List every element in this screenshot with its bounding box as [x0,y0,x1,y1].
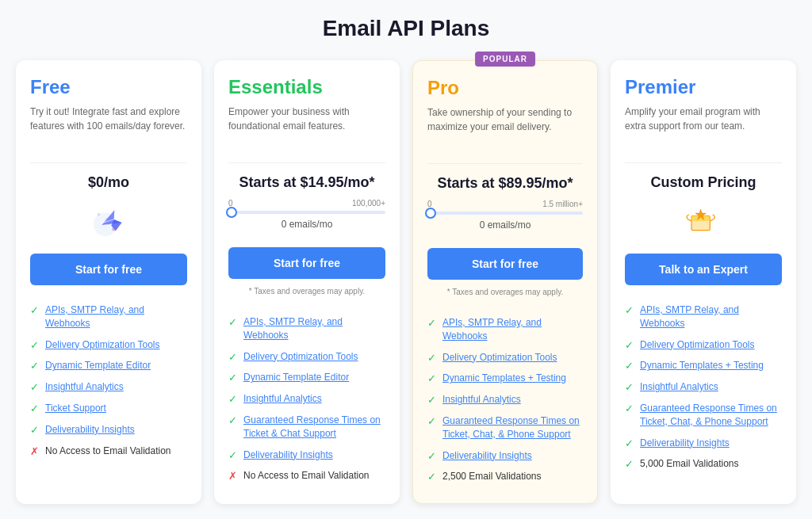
feature-cross-icon: ✗ [30,445,39,457]
feature-check-icon: ✓ [30,381,39,393]
plan-pricing-free: $0/mo [30,174,187,242]
plan-header-premier: Premier Amplify your email program with … [625,76,782,163]
feature-item: ✓APIs, SMTP Relay, and Webhooks [625,300,782,334]
feature-text[interactable]: APIs, SMTP Relay, and Webhooks [45,303,187,330]
feature-item: ✓Deliverability Insights [30,419,187,441]
feature-text[interactable]: Dynamic Templates + Testing [640,359,764,372]
plan-price-essentials: Starts at $14.95/mo* [228,174,385,191]
feature-text: 5,000 Email Validations [640,457,739,471]
features-list-free: ✓APIs, SMTP Relay, and Webhooks✓Delivery… [30,300,187,461]
feature-check-icon: ✓ [427,394,436,406]
feature-check-icon: ✓ [30,360,39,372]
cta-button-premier[interactable]: Talk to an Expert [625,254,782,285]
page-title: Email API Plans [16,16,796,41]
feature-item: ✓Guaranteed Response Times on Ticket, Ch… [427,410,583,445]
feature-check-icon: ✓ [427,372,436,384]
plan-header-free: Free Try it out! Integrate fast and expl… [30,76,187,163]
feature-item: ✓Dynamic Templates + Testing [427,368,583,389]
feature-text[interactable]: Delivery Optimization Tools [640,338,755,352]
features-list-essentials: ✓APIs, SMTP Relay, and Webhooks✓Delivery… [228,311,385,487]
slider-max-essentials: 100,000+ [352,199,385,208]
emails-per-mo-pro: 0 emails/mo [427,219,583,231]
feature-check-icon: ✓ [427,471,436,483]
svg-point-6 [98,213,100,216]
slider-thumb-pro[interactable] [425,208,436,219]
feature-text[interactable]: APIs, SMTP Relay, and Webhooks [243,315,385,342]
features-list-pro: ✓APIs, SMTP Relay, and Webhooks✓Delivery… [427,312,583,487]
feature-text[interactable]: Insightful Analytics [243,392,322,406]
plan-pricing-premier: Custom Pricing [625,174,782,242]
plan-card-essentials: Essentials Empower your business with fo… [214,60,400,504]
plan-description-free: Try it out! Integrate fast and explore f… [30,105,187,133]
feature-item: ✓Deliverability Insights [427,445,583,467]
cta-button-essentials[interactable]: Start for free [228,247,385,279]
popular-badge: POPULAR [475,52,535,67]
feature-check-icon: ✓ [30,339,39,351]
features-list-premier: ✓APIs, SMTP Relay, and Webhooks✓Delivery… [625,300,782,475]
feature-text[interactable]: Insightful Analytics [442,393,521,406]
feature-check-icon: ✓ [228,414,237,426]
plan-name-free: Free [30,76,187,98]
slider-thumb-essentials[interactable] [226,207,237,218]
feature-text[interactable]: APIs, SMTP Relay, and Webhooks [640,303,782,330]
plans-grid: Free Try it out! Integrate fast and expl… [16,60,796,504]
feature-text[interactable]: Dynamic Template Editor [45,359,151,372]
feature-text[interactable]: Deliverability Insights [442,449,532,463]
feature-check-icon: ✓ [625,360,634,372]
feature-text[interactable]: Ticket Support [45,402,106,415]
feature-text[interactable]: Dynamic Templates + Testing [442,372,566,385]
feature-check-icon: ✓ [625,381,634,393]
cta-button-free[interactable]: Start for free [30,254,187,285]
plan-price-premier: Custom Pricing [625,174,782,191]
feature-text[interactable]: Delivery Optimization Tools [45,338,160,352]
feature-item: ✓2,500 Email Validations [427,466,583,487]
cta-button-pro[interactable]: Start for free [427,248,583,280]
feature-item: ✓Guaranteed Response Times on Ticket & C… [228,410,385,445]
feature-check-icon: ✓ [228,372,237,384]
plan-description-pro: Take ownership of your sending to maximi… [427,105,583,134]
plan-pricing-pro: Starts at $89.95/mo* 0 1.5 million+ 0 em… [427,175,583,237]
feature-item: ✓Delivery Optimization Tools [427,347,583,368]
plan-card-free: Free Try it out! Integrate fast and expl… [16,60,201,504]
taxes-note-pro: * Taxes and overages may apply. [427,288,583,296]
feature-check-icon: ✓ [427,352,436,364]
feature-item: ✓Deliverability Insights [228,445,385,466]
feature-text[interactable]: Deliverability Insights [243,448,333,462]
slider-container-pro: 0 1.5 million+ 0 emails/mo [427,200,583,231]
feature-check-icon: ✓ [30,424,39,436]
feature-text[interactable]: Delivery Optimization Tools [442,351,557,364]
feature-text[interactable]: Insightful Analytics [640,380,718,394]
feature-check-icon: ✓ [427,415,436,427]
feature-check-icon: ✓ [625,403,634,414]
plan-icon-plane [30,199,187,242]
slider-track-pro[interactable] [427,212,583,215]
feature-text[interactable]: Deliverability Insights [640,437,730,450]
feature-text[interactable]: Deliverability Insights [45,423,135,437]
feature-text[interactable]: Guaranteed Response Times on Ticket, Cha… [640,402,782,429]
plan-price-pro: Starts at $89.95/mo* [427,175,583,192]
feature-text[interactable]: Delivery Optimization Tools [243,350,358,364]
slider-container-essentials: 0 100,000+ 0 emails/mo [228,199,385,230]
feature-item: ✓5,000 Email Validations [625,453,782,475]
feature-item: ✗No Access to Email Validation [30,441,187,462]
feature-item: ✓Insightful Analytics [30,376,187,398]
plan-description-premier: Amplify your email program with extra su… [625,105,782,133]
feature-text[interactable]: Guaranteed Response Times on Ticket & Ch… [243,414,385,441]
slider-labels-essentials: 0 100,000+ [228,199,385,208]
slider-max-pro: 1.5 million+ [542,200,583,208]
feature-item: ✓Insightful Analytics [228,388,385,410]
feature-item: ✓Deliverability Insights [625,433,782,454]
feature-check-icon: ✓ [625,339,634,351]
slider-track-essentials[interactable] [228,211,385,214]
feature-text[interactable]: Insightful Analytics [45,380,124,394]
feature-item: ✗No Access to Email Validation [228,465,385,487]
feature-item: ✓Delivery Optimization Tools [30,334,187,356]
plan-card-pro: POPULAR Pro Take ownership of your sendi… [412,60,598,504]
feature-text[interactable]: Dynamic Template Editor [243,371,349,384]
slider-labels-pro: 0 1.5 million+ [427,200,583,208]
feature-check-icon: ✓ [625,304,634,316]
feature-text[interactable]: Guaranteed Response Times on Ticket, Cha… [442,414,583,441]
feature-item: ✓APIs, SMTP Relay, and Webhooks [427,312,583,347]
feature-check-icon: ✓ [427,317,436,329]
feature-text[interactable]: APIs, SMTP Relay, and Webhooks [442,316,583,343]
